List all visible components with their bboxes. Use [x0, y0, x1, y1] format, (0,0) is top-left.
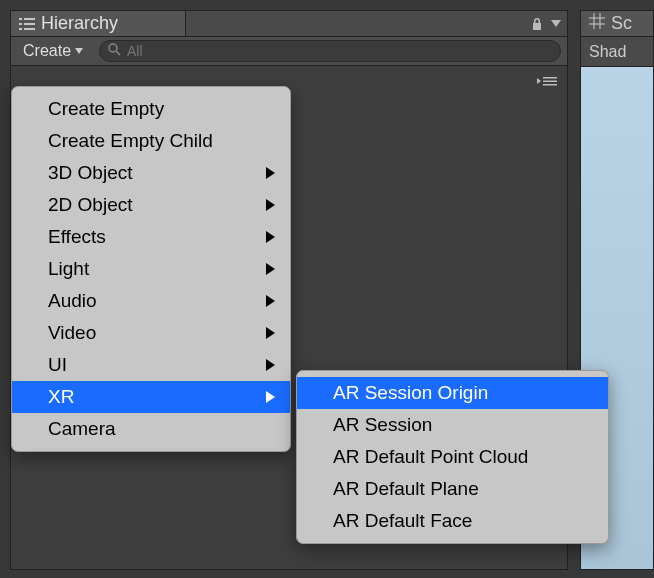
menu-item-ar-default-point-cloud[interactable]: AR Default Point Cloud [297, 441, 608, 473]
svg-point-6 [109, 44, 117, 52]
scene-tab[interactable]: Sc [581, 11, 653, 37]
svg-rect-1 [24, 18, 35, 20]
panel-header-right [531, 11, 561, 36]
hierarchy-toolbar: Create [11, 36, 567, 66]
menu-item-label: AR Default Plane [333, 478, 479, 500]
svg-rect-10 [543, 80, 557, 82]
svg-marker-8 [537, 78, 541, 84]
svg-rect-0 [19, 18, 22, 20]
menu-item-label: Light [48, 258, 89, 280]
scene-row-menu-icon[interactable] [537, 73, 557, 90]
svg-rect-2 [19, 23, 22, 25]
menu-item-label: Camera [48, 418, 116, 440]
create-button[interactable]: Create [17, 40, 89, 62]
menu-item-label: Create Empty [48, 98, 164, 120]
search-field[interactable] [99, 40, 561, 62]
hierarchy-icon [19, 17, 35, 31]
submenu-arrow-icon [266, 194, 276, 216]
menu-item-create-empty[interactable]: Create Empty [12, 93, 290, 125]
menu-item-ar-session[interactable]: AR Session [297, 409, 608, 441]
menu-item-ui[interactable]: UI [12, 349, 290, 381]
svg-rect-3 [24, 23, 35, 25]
menu-item-label: AR Default Face [333, 510, 472, 532]
create-button-label: Create [23, 42, 71, 60]
menu-item-effects[interactable]: Effects [12, 221, 290, 253]
menu-item-label: 2D Object [48, 194, 132, 216]
hierarchy-tab[interactable]: Hierarchy [10, 10, 186, 36]
scene-tab-label: Sc [611, 13, 632, 34]
menu-item-label: Audio [48, 290, 97, 312]
svg-line-7 [116, 51, 120, 55]
search-icon [108, 43, 121, 59]
submenu-arrow-icon [266, 290, 276, 312]
menu-item-label: Effects [48, 226, 106, 248]
create-context-menu: Create Empty Create Empty Child 3D Objec… [11, 86, 291, 452]
menu-item-ar-default-plane[interactable]: AR Default Plane [297, 473, 608, 505]
scene-toolbar: Shad [581, 37, 653, 67]
submenu-arrow-icon [266, 226, 276, 248]
svg-rect-4 [19, 28, 22, 30]
menu-item-3d-object[interactable]: 3D Object [12, 157, 290, 189]
submenu-arrow-icon [266, 354, 276, 376]
hierarchy-tab-label: Hierarchy [41, 13, 118, 34]
menu-item-audio[interactable]: Audio [12, 285, 290, 317]
scene-tab-icon [589, 13, 605, 34]
menu-item-label: AR Session Origin [333, 382, 488, 404]
menu-item-label: UI [48, 354, 67, 376]
submenu-arrow-icon [266, 322, 276, 344]
menu-item-light[interactable]: Light [12, 253, 290, 285]
menu-item-label: Create Empty Child [48, 130, 213, 152]
menu-item-label: 3D Object [48, 162, 132, 184]
svg-rect-5 [24, 28, 35, 30]
svg-rect-11 [543, 84, 557, 86]
submenu-arrow-icon [266, 258, 276, 280]
menu-item-label: AR Session [333, 414, 432, 436]
menu-item-video[interactable]: Video [12, 317, 290, 349]
menu-item-label: AR Default Point Cloud [333, 446, 528, 468]
shaded-label[interactable]: Shad [589, 43, 626, 61]
lock-icon[interactable] [531, 17, 543, 31]
submenu-arrow-icon [266, 162, 276, 184]
xr-submenu: AR Session Origin AR Session AR Default … [296, 370, 609, 544]
submenu-arrow-icon [266, 386, 276, 408]
menu-item-label: XR [48, 386, 74, 408]
menu-item-xr[interactable]: XR [12, 381, 290, 413]
panel-menu-arrow-icon[interactable] [551, 20, 561, 28]
menu-item-ar-default-face[interactable]: AR Default Face [297, 505, 608, 537]
menu-item-label: Video [48, 322, 96, 344]
search-input[interactable] [127, 43, 552, 59]
menu-item-camera[interactable]: Camera [12, 413, 290, 445]
menu-item-ar-session-origin[interactable]: AR Session Origin [297, 377, 608, 409]
svg-rect-9 [543, 77, 557, 79]
menu-item-2d-object[interactable]: 2D Object [12, 189, 290, 221]
menu-item-create-empty-child[interactable]: Create Empty Child [12, 125, 290, 157]
